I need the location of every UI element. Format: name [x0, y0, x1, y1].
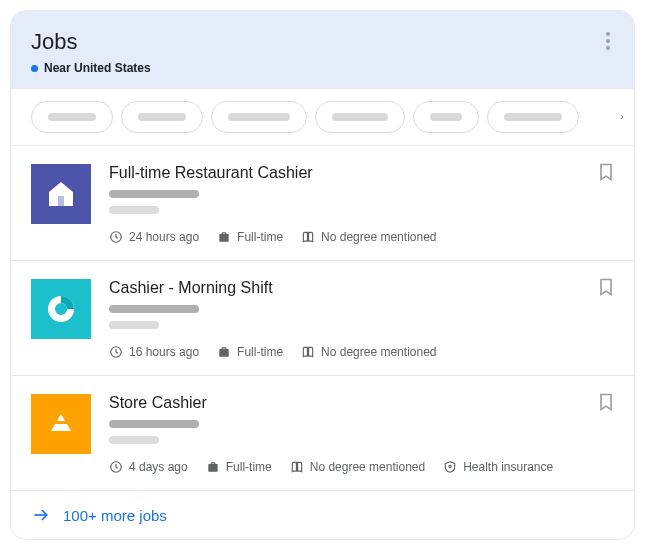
employer-logo — [31, 164, 91, 224]
bookmark-button[interactable] — [596, 162, 616, 186]
filter-chip[interactable] — [211, 101, 307, 133]
svg-marker-6 — [51, 424, 71, 431]
house-icon — [43, 176, 79, 212]
job-title: Full-time Restaurant Cashier — [109, 164, 614, 182]
benefit: Health insurance — [443, 460, 553, 474]
svg-marker-5 — [57, 414, 65, 421]
job-meta-row: 24 hours ago Full-time No degree mention… — [109, 230, 614, 244]
more-jobs-link: 100+ more jobs — [63, 507, 167, 524]
filter-chip[interactable] — [121, 101, 203, 133]
location-label: Near United States — [44, 61, 151, 75]
employer-logo — [31, 279, 91, 339]
briefcase-icon — [217, 230, 231, 244]
employer-logo — [31, 394, 91, 454]
filter-chips-row — [11, 89, 634, 146]
job-title: Store Cashier — [109, 394, 614, 412]
svg-rect-0 — [58, 196, 64, 206]
posted-time: 4 days ago — [109, 460, 188, 474]
job-title: Cashier - Morning Shift — [109, 279, 614, 297]
location-row[interactable]: Near United States — [31, 61, 614, 75]
chips-scroll-right-button[interactable] — [598, 101, 626, 133]
svg-point-3 — [55, 303, 67, 315]
jobs-header: Jobs Near United States — [11, 11, 634, 89]
job-listing[interactable]: Full-time Restaurant Cashier 24 hours ag… — [11, 146, 634, 261]
chevron-right-icon — [618, 107, 626, 127]
book-icon — [290, 460, 304, 474]
arrow-right-icon — [31, 505, 51, 525]
jobs-card: Jobs Near United States Full-time Restau… — [10, 10, 635, 540]
page-title: Jobs — [31, 29, 614, 55]
bookmark-icon — [596, 277, 616, 297]
job-listing[interactable]: Cashier - Morning Shift 16 hours ago Ful… — [11, 261, 634, 376]
degree-requirement: No degree mentioned — [301, 230, 436, 244]
more-jobs-footer[interactable]: 100+ more jobs — [11, 491, 634, 539]
donut-icon — [43, 291, 79, 327]
degree-requirement: No degree mentioned — [290, 460, 425, 474]
filter-chip[interactable] — [413, 101, 479, 133]
bookmark-icon — [596, 392, 616, 412]
job-meta-row: 16 hours ago Full-time No degree mention… — [109, 345, 614, 359]
posted-time: 16 hours ago — [109, 345, 199, 359]
bookmark-icon — [596, 162, 616, 182]
job-type: Full-time — [217, 230, 283, 244]
clock-icon — [109, 460, 123, 474]
job-body: Full-time Restaurant Cashier 24 hours ag… — [109, 164, 614, 244]
briefcase-icon — [206, 460, 220, 474]
filter-chip[interactable] — [31, 101, 113, 133]
location-placeholder — [109, 436, 159, 444]
svg-point-8 — [449, 465, 451, 467]
job-body: Store Cashier 4 days ago Full-time No de… — [109, 394, 614, 474]
posted-time: 24 hours ago — [109, 230, 199, 244]
job-listing[interactable]: Store Cashier 4 days ago Full-time No de… — [11, 376, 634, 491]
job-type: Full-time — [206, 460, 272, 474]
clock-icon — [109, 345, 123, 359]
job-body: Cashier - Morning Shift 16 hours ago Ful… — [109, 279, 614, 359]
pyramid-icon — [43, 406, 79, 442]
job-type: Full-time — [217, 345, 283, 359]
book-icon — [301, 345, 315, 359]
filter-chip[interactable] — [487, 101, 579, 133]
more-options-button[interactable] — [596, 29, 620, 53]
job-meta-row: 4 days ago Full-time No degree mentioned… — [109, 460, 614, 474]
shield-icon — [443, 460, 457, 474]
location-placeholder — [109, 321, 159, 329]
location-dot-icon — [31, 65, 38, 72]
employer-placeholder — [109, 190, 199, 198]
employer-placeholder — [109, 420, 199, 428]
filter-chip[interactable] — [315, 101, 405, 133]
bookmark-button[interactable] — [596, 392, 616, 416]
clock-icon — [109, 230, 123, 244]
location-placeholder — [109, 206, 159, 214]
bookmark-button[interactable] — [596, 277, 616, 301]
briefcase-icon — [217, 345, 231, 359]
employer-placeholder — [109, 305, 199, 313]
degree-requirement: No degree mentioned — [301, 345, 436, 359]
book-icon — [301, 230, 315, 244]
